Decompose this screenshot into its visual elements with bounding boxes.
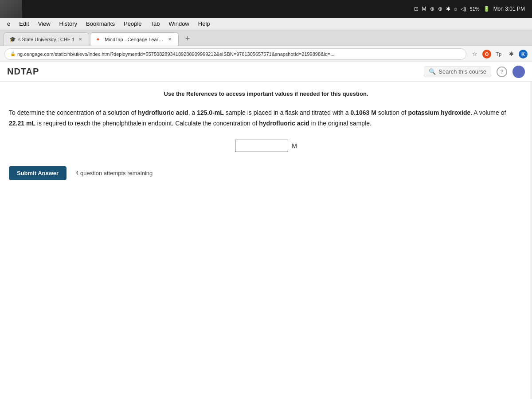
menu-item-history[interactable]: History <box>56 20 81 28</box>
browser-window: e Edit View History Bookmarks People Tab… <box>0 18 532 399</box>
submit-row: Submit Answer 4 question attempts remain… <box>0 166 532 180</box>
wifi-icon: ⌾ <box>454 6 457 12</box>
search-course-button[interactable]: 🔍 Search this course <box>424 66 491 77</box>
battery-icon: 🔋 <box>483 6 490 12</box>
tab-label-2: MindTap - Cengage Learning <box>105 37 164 42</box>
profile-icon-o[interactable]: O <box>482 50 491 59</box>
address-bar[interactable]: 🔒 ng.cengage.com/static/nb/ui/evo/index.… <box>4 48 466 60</box>
help-button[interactable]: ? <box>497 66 507 77</box>
question-text-part1: To determine the concentration of a solu… <box>9 109 138 116</box>
address-bar-row: 🔒 ng.cengage.com/static/nb/ui/evo/index.… <box>0 46 532 62</box>
app-header: NDTAP 🔍 Search this course ? <box>0 62 532 82</box>
status-icon-3: ⊕ <box>430 6 434 12</box>
status-icons: ⊡ M ⊕ ⊕ ✱ ⌾ ◁) 51% 🔋 Mon 3:01 PM <box>414 6 525 12</box>
answer-row: M <box>0 140 532 152</box>
question-bold4: potassium hydroxide <box>408 109 470 116</box>
star-icon[interactable]: ☆ <box>470 49 480 59</box>
bluetooth-icon: ✱ <box>446 6 450 12</box>
question-bold1: hydrofluoric acid <box>138 109 188 116</box>
menu-item-edit[interactable]: Edit <box>16 20 32 28</box>
menu-item-people[interactable]: People <box>120 20 145 28</box>
battery-indicator: 51% <box>470 6 480 12</box>
status-icon-1: ⊡ <box>414 6 419 12</box>
menu-item-view[interactable]: View <box>35 20 54 28</box>
question-bold2: 125.0-mL <box>197 109 224 116</box>
app-header-right: 🔍 Search this course ? <box>424 66 525 78</box>
tab-mindtap[interactable]: ✦ MindTap - Cengage Learning ✕ <box>90 32 179 46</box>
tab-favicon-2: ✦ <box>96 36 102 43</box>
submit-answer-button[interactable]: Submit Answer <box>9 166 66 180</box>
question-text-part7: in the original sample. <box>309 120 372 127</box>
menu-bar: e Edit View History Bookmarks People Tab… <box>0 18 532 30</box>
menu-item-bookmarks[interactable]: Bookmarks <box>82 20 118 28</box>
user-avatar[interactable] <box>512 66 525 78</box>
os-time: Mon 3:01 PM <box>493 6 525 12</box>
tab-close-2[interactable]: ✕ <box>167 36 173 43</box>
tab-label-1: s State University : CHE 1 <box>18 37 74 42</box>
tab-bar: 🎓 s State University : CHE 1 ✕ ✦ MindTap… <box>0 30 532 46</box>
attempts-remaining: 4 question attempts remaining <box>75 170 153 176</box>
references-note: Use the References to access important v… <box>0 90 532 97</box>
address-bar-icons: ☆ O Tp ✱ K <box>470 49 528 59</box>
os-top-bar: ⊡ M ⊕ ⊕ ✱ ⌾ ◁) 51% 🔋 Mon 3:01 PM <box>0 0 532 18</box>
search-course-label: Search this course <box>438 68 486 75</box>
address-text: ng.cengage.com/static/nb/ui/evo/index.ht… <box>17 51 461 57</box>
status-icon-4: ⊕ <box>438 6 442 12</box>
volume-icon: ◁) <box>461 6 466 12</box>
status-icon-2: M <box>422 6 426 12</box>
question-bold3: 0.1063 M <box>350 109 376 116</box>
lock-icon: 🔒 <box>10 51 16 56</box>
question-bold5: 22.21 mL <box>9 120 35 127</box>
tab-university[interactable]: 🎓 s State University : CHE 1 ✕ <box>4 32 89 46</box>
extension-icon[interactable]: ✱ <box>506 49 516 59</box>
main-content: Use the References to access important v… <box>0 82 532 399</box>
new-tab-button[interactable]: + <box>181 32 194 45</box>
question-text-part4: solution of <box>376 109 408 116</box>
question-text-part6: is required to reach the phenolphthalein… <box>35 120 259 127</box>
menu-item-help[interactable]: Help <box>195 20 214 28</box>
os-left-area <box>0 0 22 18</box>
to-icon[interactable]: Tp <box>494 49 504 59</box>
menu-item-window[interactable]: Window <box>165 20 193 28</box>
question-text-part5: . A volume of <box>470 109 506 116</box>
tab-close-1[interactable]: ✕ <box>77 36 83 43</box>
menu-item-e[interactable]: e <box>4 20 14 28</box>
search-icon: 🔍 <box>429 68 436 75</box>
app-title: NDTAP <box>7 66 39 77</box>
answer-input[interactable] <box>235 140 288 152</box>
tab-favicon-1: 🎓 <box>9 36 16 43</box>
question-body: To determine the concentration of a solu… <box>0 108 532 129</box>
menu-item-tab[interactable]: Tab <box>147 20 164 28</box>
answer-unit: M <box>292 142 297 149</box>
right-divider <box>530 82 532 399</box>
question-text-part2: , a <box>188 109 197 116</box>
profile-icon-k[interactable]: K <box>519 50 528 59</box>
question-text-part3: sample is placed in a flask and titrated… <box>224 109 351 116</box>
question-bold6: hydrofluoric acid <box>259 120 309 127</box>
